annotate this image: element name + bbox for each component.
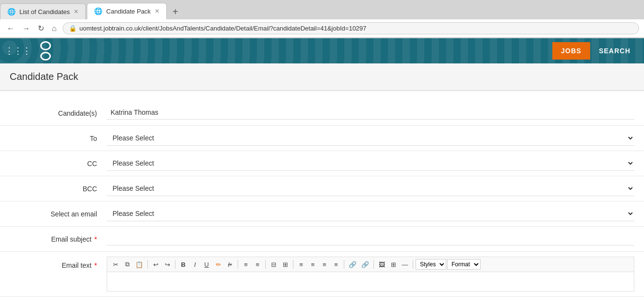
form-row-email-subject: Email subject * — [0, 227, 644, 252]
globe-icon-1: 🌐 — [7, 8, 16, 15]
header-left: ⋮⋮⋮ — [5, 41, 55, 61]
sep3 — [238, 260, 238, 269]
address-bar-row: ← → ↻ ⌂ 🔒 uomtest.jobtrain.co.uk/client/… — [0, 19, 644, 38]
back-button[interactable]: ← — [5, 23, 16, 34]
refresh-button[interactable]: ↻ — [36, 23, 46, 34]
email-text-editor[interactable] — [107, 272, 634, 291]
bcc-select[interactable]: Please Select — [107, 181, 634, 196]
address-text: uomtest.jobtrain.co.uk/client/JobsAndTal… — [80, 25, 367, 32]
to-select[interactable]: Please Select — [107, 131, 634, 146]
form-row-candidates: Candidate(s) — [0, 101, 644, 126]
select-email-input-wrap: Please Select — [107, 206, 634, 221]
browser-chrome: 🌐 List of Candidates ✕ 🌐 Candidate Pack … — [0, 0, 644, 38]
tab-label-pack: Candidate Pack — [106, 8, 151, 15]
form-row-to: To Please Select — [0, 126, 644, 151]
tab-close-candidates[interactable]: ✕ — [74, 8, 79, 15]
sep5 — [293, 260, 293, 269]
toolbar-align-center[interactable]: ≡ — [307, 259, 318, 270]
form-row-cc: CC Please Select — [0, 151, 644, 176]
toolbar-indent[interactable]: ⊞ — [280, 259, 290, 270]
toolbar-undo[interactable]: ↩ — [150, 259, 161, 270]
form-row-email-text: Email text * ✂ ⧉ 📋 ↩ ↪ B I U ✏ Ix — [0, 252, 644, 297]
new-tab-button[interactable]: + — [168, 4, 183, 19]
email-subject-label: Email subject * — [10, 231, 107, 243]
grid-icon[interactable]: ⋮⋮⋮ — [5, 46, 31, 56]
toolbar-pen[interactable]: ✏ — [213, 259, 224, 270]
sep8 — [413, 260, 413, 269]
tab-bar: 🌐 List of Candidates ✕ 🌐 Candidate Pack … — [0, 0, 644, 19]
candidates-input[interactable] — [107, 106, 634, 120]
globe-icon-2: 🌐 — [94, 7, 102, 15]
to-label: To — [10, 131, 107, 142]
toolbar-unlink[interactable]: 🔗 — [359, 259, 371, 270]
cc-label: CC — [10, 156, 107, 168]
toolbar-redo[interactable]: ↪ — [162, 259, 173, 270]
email-text-input-wrap: ✂ ⧉ 📋 ↩ ↪ B I U ✏ Ix ≡ ≡ ⊟ — [107, 257, 634, 291]
tab-label-candidates: List of Candidates — [19, 8, 70, 15]
sep7 — [373, 260, 374, 269]
toolbar-align-left[interactable]: ≡ — [296, 259, 306, 270]
select-email-select[interactable]: Please Select — [107, 206, 634, 221]
candidates-label: Candidate(s) — [10, 106, 107, 117]
jobs-button[interactable]: JOBS — [552, 42, 590, 60]
select-email-label: Select an email — [10, 206, 107, 218]
toolbar-ul[interactable]: ≡ — [252, 259, 263, 270]
app-header: ⋮⋮⋮ JOBS SEARCH — [0, 38, 644, 63]
bcc-input-wrap: Please Select — [107, 181, 634, 196]
toolbar-paste[interactable]: 📋 — [133, 259, 145, 270]
forward-button[interactable]: → — [20, 23, 32, 34]
logo — [36, 41, 55, 61]
email-text-label: Email text * — [10, 257, 107, 269]
header-right: JOBS SEARCH — [552, 42, 639, 60]
sep1 — [147, 260, 148, 269]
to-input-wrap: Please Select — [107, 131, 634, 146]
page-content: Candidate Pack Candidate(s) To Please Se… — [0, 63, 644, 306]
toolbar-copy[interactable]: ⧉ — [122, 259, 132, 270]
search-button[interactable]: SEARCH — [590, 42, 639, 60]
logo-circle-bottom — [40, 52, 51, 61]
lock-icon: 🔒 — [69, 25, 77, 32]
cc-input-wrap: Please Select — [107, 156, 634, 171]
form-row-select-email: Select an email Please Select — [0, 201, 644, 227]
email-text-required: * — [93, 261, 97, 269]
toolbar-strikethrough[interactable]: Ix — [225, 259, 235, 270]
toolbar-bold[interactable]: B — [178, 259, 189, 270]
tab-candidate-pack[interactable]: 🌐 Candidate Pack ✕ — [87, 3, 167, 19]
toolbar-ol[interactable]: ≡ — [241, 259, 251, 270]
bcc-label: BCC — [10, 181, 107, 193]
toolbar-link[interactable]: 🔗 — [347, 259, 358, 270]
page-title: Candidate Pack — [0, 63, 644, 91]
form-container: Candidate(s) To Please Select CC Please … — [0, 91, 644, 306]
sep2 — [175, 260, 176, 269]
toolbar-hr[interactable]: — — [400, 259, 410, 270]
address-bar[interactable]: 🔒 uomtest.jobtrain.co.uk/client/JobsAndT… — [63, 22, 639, 34]
email-subject-required: * — [93, 235, 97, 243]
toolbar-italic[interactable]: I — [190, 259, 200, 270]
candidates-input-wrap — [107, 106, 634, 120]
toolbar-styles-select[interactable]: Styles — [416, 259, 446, 270]
email-toolbar: ✂ ⧉ 📋 ↩ ↪ B I U ✏ Ix ≡ ≡ ⊟ — [107, 257, 634, 272]
toolbar-format-select[interactable]: Format — [447, 259, 481, 270]
toolbar-table[interactable]: ⊞ — [388, 259, 399, 270]
sep4 — [265, 260, 266, 269]
toolbar-outdent[interactable]: ⊟ — [268, 259, 279, 270]
toolbar-underline[interactable]: U — [201, 259, 212, 270]
tab-close-pack[interactable]: ✕ — [155, 8, 160, 15]
sep6 — [344, 260, 344, 269]
tab-list-candidates[interactable]: 🌐 List of Candidates ✕ — [0, 3, 86, 19]
toolbar-image[interactable]: 🖼 — [376, 259, 387, 270]
email-subject-input-wrap — [107, 231, 634, 245]
form-row-bcc: BCC Please Select — [0, 176, 644, 201]
home-button[interactable]: ⌂ — [50, 23, 59, 34]
email-subject-input[interactable] — [107, 231, 634, 245]
logo-circle-top — [40, 41, 51, 50]
cc-select[interactable]: Please Select — [107, 156, 634, 171]
toolbar-cut[interactable]: ✂ — [110, 259, 121, 270]
toolbar-align-right[interactable]: ≡ — [319, 259, 330, 270]
toolbar-align-justify[interactable]: ≡ — [331, 259, 341, 270]
